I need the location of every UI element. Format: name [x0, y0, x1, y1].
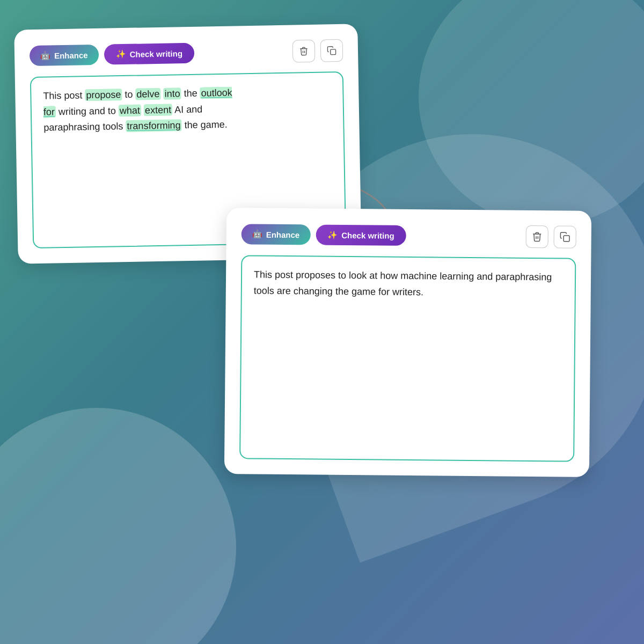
- check-wand-icon: ✨: [115, 49, 126, 59]
- card1-toolbar: 🤖 Enhance ✨ Check writing: [30, 39, 343, 67]
- card2-check-writing-button[interactable]: ✨ Check writing: [316, 224, 406, 245]
- highlight-extent: extent: [144, 104, 172, 116]
- card2-toolbar: 🤖 Enhance ✨ Check writing: [241, 223, 576, 248]
- card2-enhance-label: Enhance: [266, 230, 300, 239]
- highlight-propose: propose: [85, 89, 122, 101]
- card1-enhance-button[interactable]: 🤖 Enhance: [30, 45, 99, 66]
- text-segment: the game.: [181, 119, 227, 130]
- text-segment: writing and to: [56, 105, 119, 117]
- card2-delete-button[interactable]: [526, 225, 548, 248]
- card1-toolbar-spacer: [200, 52, 287, 53]
- enhance-robot-icon-2: 🤖: [252, 229, 262, 239]
- card2-check-label: Check writing: [341, 230, 394, 240]
- card2-toolbar-spacer: [412, 236, 521, 237]
- highlight-transforming: transforming: [126, 120, 181, 133]
- text-segment: This post: [43, 90, 85, 101]
- text-segment: the: [181, 88, 200, 99]
- svg-rect-2: [564, 236, 569, 241]
- svg-rect-1: [331, 49, 336, 55]
- card1-delete-button[interactable]: [292, 40, 316, 63]
- enhance-robot-icon: 🤖: [40, 50, 50, 60]
- card2-text-content: This post proposes to look at how machin…: [254, 269, 552, 297]
- card2-copy-button[interactable]: [554, 225, 576, 248]
- card1-enhance-label: Enhance: [54, 50, 88, 60]
- card1-check-label: Check writing: [129, 49, 182, 59]
- bg-blob-left: [0, 408, 236, 644]
- card-after: 🤖 Enhance ✨ Check writing This post prop…: [224, 208, 591, 477]
- card2-enhance-button[interactable]: 🤖 Enhance: [241, 224, 311, 245]
- card2-text-area: This post proposes to look at how machin…: [239, 255, 576, 462]
- text-segment: to: [122, 89, 135, 100]
- card1-check-writing-button[interactable]: ✨ Check writing: [104, 43, 194, 65]
- highlight-delve: delve: [135, 88, 160, 100]
- highlight-into: into: [163, 87, 181, 100]
- check-wand-icon-2: ✨: [327, 230, 338, 240]
- highlight-what: what: [119, 104, 141, 116]
- card1-copy-button[interactable]: [320, 39, 343, 62]
